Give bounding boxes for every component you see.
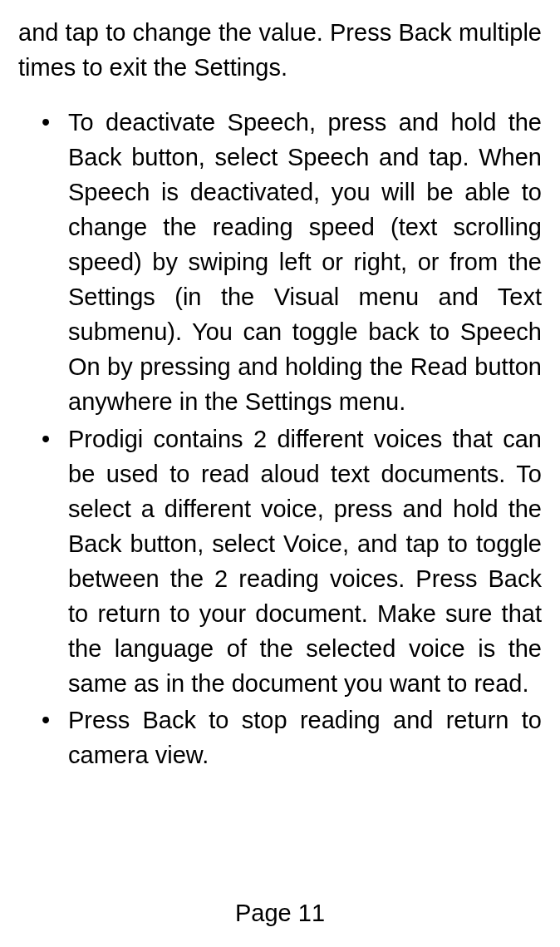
list-item: To deactivate Speech, press and hold the… (68, 105, 542, 419)
page-number: Page 11 (18, 895, 542, 930)
list-item: Press Back to stop reading and return to… (68, 703, 542, 772)
list-item: Prodigi contains 2 different voices that… (68, 422, 542, 701)
intro-paragraph: and tap to change the value. Press Back … (18, 15, 542, 85)
instruction-list: To deactivate Speech, press and hold the… (18, 105, 542, 880)
